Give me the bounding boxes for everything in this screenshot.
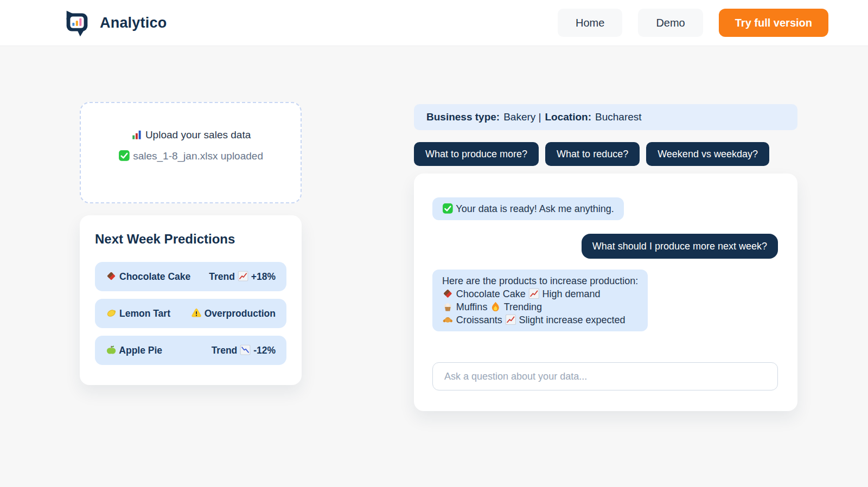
upload-dropzone[interactable]: Upload your sales data sales_1-8_jan.xls… (80, 102, 302, 203)
quick-question-weekend-weekday-button[interactable]: Weekend vs weekday? (646, 142, 769, 166)
chart-up-icon (528, 288, 540, 299)
green-apple-icon (106, 344, 117, 355)
prediction-row-apple-pie: Apple Pie Trend -12% (95, 336, 286, 365)
prediction-row-lemon-tart: Lemon Tart Overproduction (95, 299, 286, 328)
left-column: Upload your sales data sales_1-8_jan.xls… (80, 102, 302, 385)
predictions-card: Next Week Predictions Chocolate Cake Tre… (80, 215, 302, 385)
warning-icon (191, 307, 202, 318)
upload-title: Upload your sales data (81, 129, 301, 141)
bar-chart-icon (131, 129, 143, 140)
header: Analytico Home Demo Try full version (0, 0, 868, 46)
user-message: What should I produce more next week? (582, 234, 778, 259)
chat-panel: Your data is ready! Ask me anything. Wha… (414, 174, 797, 411)
quick-question-reduce-button[interactable]: What to reduce? (545, 142, 640, 166)
quick-questions: What to produce more? What to reduce? We… (414, 142, 797, 166)
brand-logo-icon (61, 7, 93, 39)
business-type-value: Bakery | (503, 111, 541, 123)
chart-up-icon (505, 314, 516, 325)
bot-message: Here are the products to increase produc… (432, 270, 648, 331)
business-type-label: Business type: (426, 111, 500, 123)
chocolate-icon (442, 288, 454, 299)
prediction-status: Overproduction (191, 307, 276, 319)
prediction-status: Trend -12% (212, 344, 276, 356)
nav-demo-button[interactable]: Demo (638, 9, 703, 37)
location-value: Bucharest (595, 111, 642, 123)
fire-icon (490, 301, 501, 312)
predictions-title: Next Week Predictions (95, 232, 286, 247)
prediction-status: Trend +18% (209, 271, 276, 283)
prediction-name: Chocolate Cake (106, 271, 190, 283)
brand-name: Analytico (100, 15, 167, 31)
prediction-name: Apple Pie (106, 344, 162, 356)
lemon-icon (106, 307, 117, 318)
nav-home-button[interactable]: Home (558, 9, 622, 37)
brand: Analytico (61, 7, 167, 39)
prediction-name: Lemon Tart (106, 307, 170, 319)
upload-status: sales_1-8_jan.xlsx uploaded (81, 150, 301, 162)
quick-question-produce-more-button[interactable]: What to produce more? (414, 142, 539, 166)
prediction-row-chocolate-cake: Chocolate Cake Trend +18% (95, 262, 286, 291)
chart-down-icon (240, 344, 251, 355)
try-full-version-button[interactable]: Try full version (719, 9, 828, 37)
bot-message: Your data is ready! Ask me anything. (432, 197, 624, 220)
check-mark-icon (118, 150, 130, 162)
chocolate-icon (106, 271, 117, 281)
cupcake-icon (442, 301, 454, 312)
check-mark-icon (442, 203, 454, 214)
chart-up-icon (238, 271, 248, 281)
chat-input[interactable] (432, 362, 778, 390)
croissant-icon (442, 314, 454, 325)
right-column: Business type: Bakery | Location: Buchar… (414, 104, 797, 411)
business-context-banner: Business type: Bakery | Location: Buchar… (414, 104, 797, 130)
location-label: Location: (545, 111, 592, 123)
main-nav: Home Demo Try full version (558, 9, 828, 37)
